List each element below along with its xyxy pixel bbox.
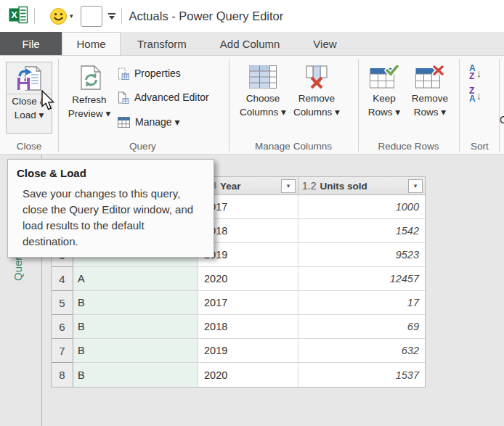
remove-columns-button[interactable]: Remove Columns ▾ <box>290 62 343 134</box>
editor-content-area: Queries 123 Year ▾ 1.2 Units sold ▾ <box>0 155 504 426</box>
choose-columns-label-1: Choose <box>246 91 280 105</box>
filter-caret-icon: ▾ <box>414 182 418 189</box>
units-sold-cell[interactable]: 1537 <box>298 363 425 387</box>
properties-icon <box>118 67 129 80</box>
table-row: 5 B 2017 17 <box>52 291 425 315</box>
group-label-manage-columns: Manage Columns <box>232 141 355 152</box>
tab-add-column[interactable]: Add Column <box>203 32 297 55</box>
manage-label: Manage ▾ <box>135 116 180 128</box>
units-sold-cell[interactable]: 632 <box>298 339 425 363</box>
year-cell[interactable]: 2018 <box>198 315 298 339</box>
choose-columns-button[interactable]: Choose Columns ▾ <box>235 62 290 134</box>
filter-dropdown-button[interactable]: ▾ <box>281 179 296 193</box>
product-cell[interactable]: B <box>73 291 198 315</box>
row-number-cell[interactable]: 5 <box>52 291 73 315</box>
manage-button[interactable]: Manage ▾ <box>118 115 180 129</box>
titlebar-divider <box>34 8 35 24</box>
qat-customize-icon[interactable] <box>108 13 115 20</box>
sort-down-arrow-icon: ↓ <box>476 89 482 102</box>
remove-columns-label-1: Remove <box>298 91 335 105</box>
units-sold-cell[interactable]: 9523 <box>298 243 425 267</box>
smiley-caret-icon[interactable]: ▾ <box>70 12 73 20</box>
title-bar: X ▾ Actuals - Power Query Editor <box>0 0 504 32</box>
sort-za-icon: Z A <box>469 87 476 103</box>
sort-down-arrow-icon: ↓ <box>476 67 482 79</box>
tooltip-body: Save your changes to this query, close t… <box>23 186 203 250</box>
remove-rows-label-2: Rows ▾ <box>414 105 446 119</box>
remove-columns-label-2: Columns ▾ <box>293 105 340 119</box>
choose-columns-label-2: Columns ▾ <box>240 105 286 119</box>
advanced-editor-icon <box>118 91 129 104</box>
filter-dropdown-button[interactable]: ▾ <box>408 179 423 193</box>
units-sold-cell[interactable]: 1000 <box>298 195 425 219</box>
year-cell[interactable]: 2017 <box>198 291 298 315</box>
power-query-editor-window: X ▾ Actuals - Power Query Editor File Ho… <box>0 0 504 426</box>
close-load-label-1: Close & <box>12 94 46 108</box>
group-label-sort: Sort <box>462 141 497 152</box>
tab-view[interactable]: View <box>296 32 353 55</box>
units-sold-column-header[interactable]: 1.2 Units sold ▾ <box>298 177 425 195</box>
product-cell[interactable]: B <box>73 339 198 363</box>
year-cell[interactable]: 2019 <box>198 339 298 363</box>
table-row: 6 B 2018 69 <box>52 315 425 339</box>
manage-icon <box>118 117 130 128</box>
row-number-cell[interactable]: 4 <box>52 267 73 291</box>
advanced-editor-label: Advanced Editor <box>134 91 209 103</box>
refresh-preview-button[interactable]: Refresh Preview ▾ <box>64 62 115 134</box>
tab-file[interactable]: File <box>0 32 62 55</box>
tooltip-title: Close & Load <box>17 167 214 179</box>
properties-label: Properties <box>134 67 181 79</box>
sort-descending-button[interactable]: Z A ↓ <box>469 87 481 103</box>
decimal-type-icon[interactable]: 1.2 <box>302 180 316 192</box>
year-cell[interactable]: 2020 <box>198 363 298 387</box>
table-row: 7 B 2019 632 <box>52 339 425 363</box>
excel-logo-icon: X <box>9 6 28 27</box>
svg-text:X: X <box>11 9 17 20</box>
table-row: 8 B 2020 1537 <box>52 363 425 387</box>
units-sold-cell[interactable]: 69 <box>298 315 425 339</box>
close-load-label-2: Load ▾ <box>15 108 44 122</box>
tab-home[interactable]: Home <box>62 32 121 55</box>
advanced-editor-button[interactable]: Advanced Editor <box>118 90 209 105</box>
units-sold-cell[interactable]: 17 <box>298 291 425 315</box>
row-number-cell[interactable]: 8 <box>52 363 73 387</box>
group-separator <box>459 59 460 152</box>
remove-rows-button[interactable]: Remove Rows ▾ <box>407 62 453 134</box>
refresh-label-1: Refresh <box>72 93 106 107</box>
sort-ascending-button[interactable]: A Z ↓ <box>469 65 481 81</box>
close-load-tooltip: Close & Load Save your changes to this q… <box>7 159 214 258</box>
ribbon: Close & Load ▾ Close Refresh Preview ▾ <box>0 55 504 155</box>
choose-columns-icon <box>235 62 290 91</box>
titlebar-divider-2 <box>121 8 122 24</box>
smiley-icon <box>49 7 68 25</box>
year-cell[interactable]: 2020 <box>198 267 298 291</box>
filter-caret-icon: ▾ <box>287 182 290 189</box>
product-cell[interactable]: B <box>73 363 198 387</box>
window-title: Actuals - Power Query Editor <box>129 9 284 23</box>
year-header-label: Year <box>220 181 241 192</box>
units-sold-cell[interactable]: 12457 <box>298 267 425 291</box>
product-cell[interactable]: A <box>73 267 198 291</box>
group-separator <box>229 59 229 152</box>
keep-rows-label-2: Rows ▾ <box>368 105 400 119</box>
units-sold-cell[interactable]: 1542 <box>298 219 425 243</box>
refresh-preview-icon <box>64 62 115 93</box>
product-cell[interactable]: B <box>73 315 198 339</box>
remove-rows-label-1: Remove <box>412 91 448 105</box>
refresh-label-2: Preview ▾ <box>68 107 111 120</box>
row-number-cell[interactable]: 6 <box>52 315 73 339</box>
tab-transform[interactable]: Transform <box>121 32 203 55</box>
ribbon-tabs: File Home Transform Add Column View <box>0 32 504 55</box>
keep-rows-button[interactable]: Keep Rows ▾ <box>364 62 405 134</box>
group-separator <box>358 59 359 152</box>
units-sold-header-label: Units sold <box>320 181 367 192</box>
quick-access-empty-button[interactable] <box>81 6 102 27</box>
properties-button[interactable]: Properties <box>118 66 181 81</box>
feedback-smiley-button[interactable]: ▾ <box>49 7 73 25</box>
row-number-cell[interactable]: 7 <box>52 339 73 363</box>
keep-rows-icon <box>364 62 405 91</box>
clipped-next-group-text: C <box>500 114 504 126</box>
table-row: 4 A 2020 12457 <box>52 267 425 291</box>
close-and-load-button[interactable]: Close & Load ▾ <box>6 62 52 134</box>
remove-columns-icon <box>290 62 343 91</box>
